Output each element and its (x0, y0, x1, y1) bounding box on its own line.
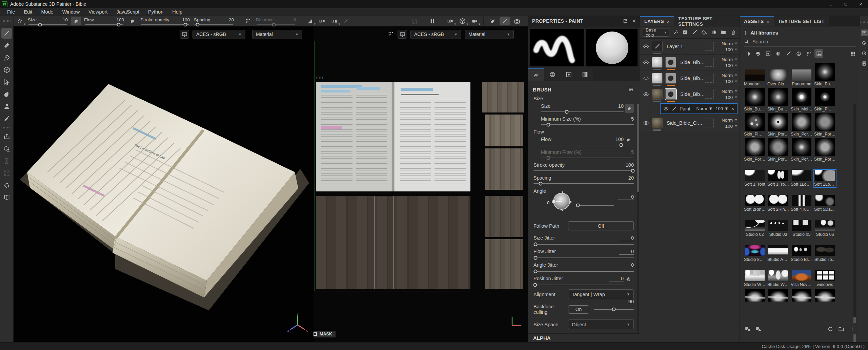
brush-stamp-selector[interactable]: ▾ (15, 17, 25, 25)
layer-visibility-toggle[interactable] (642, 43, 650, 49)
setting-slider[interactable] (541, 145, 624, 145)
follow-path-toggle[interactable]: Off (568, 221, 634, 230)
smudge-tool[interactable] (1, 77, 12, 87)
setting-slider[interactable] (533, 271, 634, 272)
eye-icon[interactable] (663, 106, 669, 111)
delete-layer-button[interactable] (730, 28, 737, 37)
refresh-icon[interactable] (827, 326, 833, 332)
asset-item[interactable]: Skin_Pores... (814, 113, 836, 137)
shader-settings-button[interactable] (861, 40, 868, 46)
asset-item[interactable]: Soft 2Ring... (744, 195, 766, 212)
history-button[interactable] (861, 50, 868, 57)
slider-handle[interactable] (576, 204, 580, 207)
asset-item[interactable]: Skin_Pimpl... (814, 88, 836, 112)
close-panel-icon[interactable] (632, 19, 637, 23)
asset-item[interactable]: Skin_Bum... (767, 88, 789, 112)
close-button[interactable] (853, 0, 868, 8)
maximize-button[interactable] (838, 0, 853, 8)
channel-3d-dropdown[interactable]: Material▼ (252, 30, 302, 39)
library-breadcrumb[interactable]: ❯ All libraries (740, 26, 860, 37)
asset-item[interactable]: Skin_Pores... (744, 138, 766, 162)
properties-scrollbar[interactable] (637, 104, 639, 341)
menu-javascript[interactable]: JavaScript (112, 8, 144, 16)
environments-filter-button[interactable] (814, 49, 823, 58)
asset-item[interactable]: Studio 03 (767, 220, 789, 237)
layer-mask-thumbnail[interactable] (665, 89, 676, 100)
close-tab-icon[interactable]: × (766, 19, 769, 24)
blend-mode-dropdown[interactable]: Norm▼ (716, 57, 738, 62)
asset-item[interactable]: Soft 1Low... (814, 170, 836, 187)
slider-handle[interactable] (565, 110, 568, 114)
asset-item[interactable]: Wrinkles_04 (814, 289, 836, 302)
display-settings-button[interactable] (861, 29, 868, 36)
export-textures-tool[interactable] (1, 131, 12, 142)
layer-row[interactable]: Side_Bible_ClosedNorm▼100▼ (640, 115, 740, 131)
section-menu-icon[interactable] (628, 86, 634, 92)
assets-scrollbar[interactable] (853, 104, 856, 345)
toolbar-slider[interactable] (28, 24, 67, 25)
slider-handle[interactable] (38, 23, 42, 26)
toolbar-slider[interactable] (141, 24, 189, 25)
angle-value[interactable]: 0 (618, 194, 634, 200)
uv-grid-icon[interactable] (387, 31, 394, 38)
mask-drop-target[interactable] (705, 90, 714, 99)
blend-mode-dropdown[interactable]: Norm▼ (716, 41, 738, 46)
setting-slider[interactable] (533, 183, 634, 184)
dock-handle[interactable] (861, 22, 868, 23)
brush-tab[interactable] (528, 68, 544, 81)
asset-item[interactable]: Wrinkles_02 (767, 289, 789, 302)
layer-mask-thumbnail[interactable] (665, 73, 676, 84)
grid-view-button[interactable] (848, 49, 857, 58)
slider-handle[interactable] (539, 182, 542, 186)
color-management-button[interactable] (180, 30, 189, 39)
menu-window[interactable]: Window (58, 8, 84, 16)
assets-tab[interactable]: ASSETS× (740, 16, 774, 26)
remove-effect-button[interactable]: × (731, 106, 734, 111)
layer-thumbnail[interactable] (652, 89, 663, 100)
stencil-visibility-toggle[interactable] (409, 17, 419, 25)
paint-tool[interactable] (1, 28, 12, 39)
projection-tool[interactable] (1, 52, 12, 63)
add-effect-button[interactable] (672, 28, 679, 37)
mask-drop-target[interactable] (705, 58, 714, 67)
asset-item[interactable]: Studio Bla... (791, 245, 812, 262)
polygon-fill-tool[interactable] (1, 64, 12, 75)
layer-mask-thumbnail[interactable] (665, 57, 676, 68)
layers-tab[interactable]: LAYERS× (640, 16, 674, 26)
stencil-tab[interactable] (561, 68, 577, 81)
asset-item[interactable]: windows (814, 270, 836, 287)
colorspace-3d-dropdown[interactable]: ACES - sRGB▼ (193, 30, 245, 39)
setting-value[interactable]: 0 (609, 276, 624, 282)
alpha-section-header[interactable]: ALPHA (528, 333, 640, 342)
setting-value[interactable]: 0 (619, 262, 634, 268)
blend-mode-dropdown[interactable]: Norm▼ (716, 118, 738, 123)
asset-item[interactable]: Studio 02 (744, 220, 766, 237)
layer-visibility-toggle[interactable] (642, 59, 650, 65)
menu-help[interactable]: Help (168, 8, 187, 16)
mask-drop-target[interactable] (705, 74, 714, 83)
add-asset-icon[interactable] (849, 326, 855, 332)
layer-row[interactable]: Side_Bible_Closed c...Norm▼100▼ (640, 70, 740, 86)
asset-item[interactable]: Villa Nova ... (791, 270, 812, 287)
size-space-dropdown[interactable]: Object▼ (568, 320, 634, 329)
layer-thumbnail[interactable] (652, 41, 663, 52)
slider-handle[interactable] (533, 283, 537, 287)
falloff-selector[interactable]: ▾ (305, 17, 315, 25)
slider-handle[interactable] (183, 23, 187, 26)
texture-set-settings-tab[interactable]: TEXTURE SET SETTINGS (674, 16, 740, 26)
brushes-filter-button[interactable] (784, 49, 793, 58)
asset-item[interactable]: Over Clouds (767, 69, 789, 87)
asset-item[interactable]: Skin_Bum... (814, 63, 836, 87)
add-smart-mask-button[interactable] (710, 28, 718, 37)
asset-item[interactable]: Wrinkles_01 (744, 289, 766, 302)
clone-tool[interactable] (1, 89, 12, 100)
asset-item[interactable]: Skin_Pores... (814, 138, 836, 162)
setting-value[interactable]: 0 (619, 235, 634, 241)
pending-tasks-tool[interactable] (1, 156, 12, 166)
asset-item[interactable]: Skin_Pimples (744, 113, 766, 137)
layer-visibility-toggle[interactable] (642, 75, 650, 81)
menu-viewport[interactable]: Viewport (84, 8, 112, 16)
mask-drop-target[interactable] (705, 119, 714, 127)
display-mask-tool[interactable] (1, 180, 12, 191)
material-picker-tool[interactable] (1, 113, 12, 124)
